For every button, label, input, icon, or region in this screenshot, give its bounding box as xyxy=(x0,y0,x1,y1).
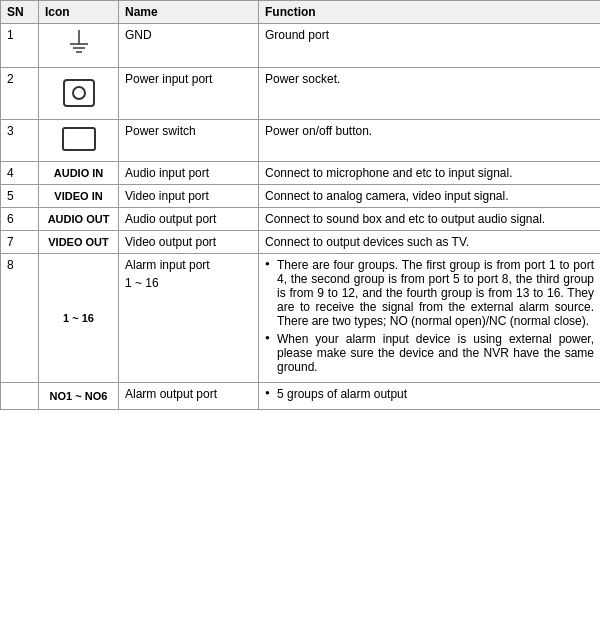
table-row: 81 ~ 16Alarm input port1 ~ 16There are f… xyxy=(1,254,601,383)
cell-name: Power switch xyxy=(119,120,259,162)
header-function: Function xyxy=(259,1,601,24)
cell-sn: 2 xyxy=(1,68,39,120)
svg-rect-4 xyxy=(64,80,94,106)
svg-point-5 xyxy=(73,87,85,99)
cell-function: 5 groups of alarm output xyxy=(259,383,601,410)
text-icon: VIDEO IN xyxy=(54,190,102,202)
cell-function: Connect to output devices such as TV. xyxy=(259,231,601,254)
cell-icon: AUDIO OUT xyxy=(39,208,119,231)
switch-icon xyxy=(45,124,112,157)
list-item: 5 groups of alarm output xyxy=(265,387,594,401)
cell-function: Power on/off button. xyxy=(259,120,601,162)
cell-name: Alarm output port xyxy=(119,383,259,410)
table-row: 2 Power input portPower socket. xyxy=(1,68,601,120)
cell-function: Connect to sound box and etc to output a… xyxy=(259,208,601,231)
cell-sn: 7 xyxy=(1,231,39,254)
cell-name: GND xyxy=(119,24,259,68)
cell-name: Power input port xyxy=(119,68,259,120)
table-row: 7VIDEO OUTVideo output portConnect to ou… xyxy=(1,231,601,254)
cell-sn xyxy=(1,383,39,410)
cell-function: Connect to analog camera, video input si… xyxy=(259,185,601,208)
list-item: There are four groups. The first group i… xyxy=(265,258,594,328)
cell-sn: 4 xyxy=(1,162,39,185)
cell-sn: 6 xyxy=(1,208,39,231)
cell-sn: 5 xyxy=(1,185,39,208)
cell-sn: 1 xyxy=(1,24,39,68)
svg-rect-6 xyxy=(63,128,95,150)
table-row: 4AUDIO INAudio input portConnect to micr… xyxy=(1,162,601,185)
cell-icon xyxy=(39,120,119,162)
table-row: 6AUDIO OUTAudio output portConnect to so… xyxy=(1,208,601,231)
gnd-icon xyxy=(64,40,94,62)
table-row: 5VIDEO INVideo input portConnect to anal… xyxy=(1,185,601,208)
cell-function: There are four groups. The first group i… xyxy=(259,254,601,383)
cell-icon: 1 ~ 16 xyxy=(39,254,119,383)
cell-icon xyxy=(39,68,119,120)
cell-name: Video output port xyxy=(119,231,259,254)
table-row: 1 GNDGround port xyxy=(1,24,601,68)
cell-name: Video input port xyxy=(119,185,259,208)
cell-icon: AUDIO IN xyxy=(39,162,119,185)
bullet-list: There are four groups. The first group i… xyxy=(265,258,594,374)
table-row: 3 Power switchPower on/off button. xyxy=(1,120,601,162)
cell-name: Alarm input port1 ~ 16 xyxy=(119,254,259,383)
text-icon: AUDIO IN xyxy=(54,167,104,179)
cell-sn: 8 xyxy=(1,254,39,383)
list-item: When your alarm input device is using ex… xyxy=(265,332,594,374)
text-icon: VIDEO OUT xyxy=(48,236,109,248)
text-icon: AUDIO OUT xyxy=(48,213,110,225)
header-name: Name xyxy=(119,1,259,24)
cell-sn: 3 xyxy=(1,120,39,162)
header-sn: SN xyxy=(1,1,39,24)
header-icon: Icon xyxy=(39,1,119,24)
cell-function: Connect to microphone and etc to input s… xyxy=(259,162,601,185)
cell-icon: NO1 ~ NO6 xyxy=(39,383,119,410)
text-icon: NO1 ~ NO6 xyxy=(50,390,108,402)
power-icon xyxy=(45,72,112,115)
bullet-list: 5 groups of alarm output xyxy=(265,387,594,401)
cell-function: Ground port xyxy=(259,24,601,68)
cell-icon: VIDEO OUT xyxy=(39,231,119,254)
cell-function: Power socket. xyxy=(259,68,601,120)
main-table: SN Icon Name Function 1 GNDGround port2 … xyxy=(0,0,600,410)
table-row: NO1 ~ NO6Alarm output port5 groups of al… xyxy=(1,383,601,410)
cell-icon xyxy=(39,24,119,68)
text-icon: 1 ~ 16 xyxy=(63,312,94,324)
cell-name: Audio output port xyxy=(119,208,259,231)
cell-icon: VIDEO IN xyxy=(39,185,119,208)
cell-name: Audio input port xyxy=(119,162,259,185)
